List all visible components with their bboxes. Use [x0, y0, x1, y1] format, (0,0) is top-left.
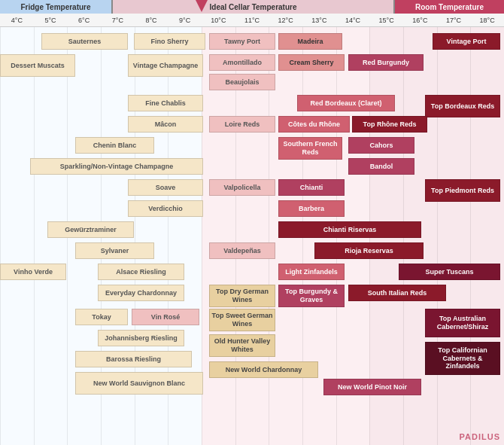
wine-label: Valpolicella	[209, 179, 275, 196]
temp-tick: 14°C	[345, 17, 360, 24]
wine-label: Top Burgundy & Graves	[278, 285, 345, 307]
wine-label: Beaujolais	[209, 74, 275, 90]
wine-label: Vintage Port	[433, 33, 500, 50]
wine-label: Verdicchio	[128, 200, 203, 217]
wine-label: Sylvaner	[75, 242, 154, 259]
triangle-indicator	[196, 0, 208, 12]
wine-label: Southern French Reds	[278, 137, 342, 160]
wine-label: Fine Chablis	[128, 95, 203, 111]
wine-label: Red Bordeaux (Claret)	[297, 95, 395, 111]
wine-label: Vintage Champagne	[128, 54, 203, 77]
wine-label: Valdepeñas	[209, 242, 275, 259]
wine-temperature-chart: Fridge Temperature Ideal Cellar Temperat…	[0, 0, 504, 445]
temp-tick: 18°C	[480, 17, 495, 24]
room-header: Room Temperature	[395, 0, 504, 14]
wine-label: Barbera	[278, 200, 345, 217]
wine-label: Vinho Verde	[0, 264, 66, 280]
wine-label: Super Tuscans	[399, 264, 500, 280]
temp-tick: 17°C	[446, 17, 461, 24]
wine-label: Soave	[128, 179, 203, 196]
temp-tick: 6°C	[78, 17, 90, 24]
wine-label: Top Rhône Reds	[352, 116, 427, 133]
wine-label: Cream Sherry	[278, 54, 345, 71]
wine-label: New World Sauvignon Blanc	[75, 372, 203, 395]
cellar-header: Ideal Cellar Temperature	[113, 0, 395, 14]
wine-label: Chianti Riservas	[278, 221, 421, 238]
wine-label: Chenin Blanc	[75, 137, 154, 154]
wine-label: Mâcon	[128, 116, 203, 133]
temp-tick: 9°C	[179, 17, 190, 24]
wine-label: Sauternes	[41, 33, 128, 50]
temp-tick: 11°C	[244, 17, 260, 24]
wine-label: Red Burgundy	[348, 54, 424, 71]
wine-label: Madeira	[278, 33, 342, 50]
temp-tick: 12°C	[278, 17, 293, 24]
wine-label: Top Bordeaux Reds	[425, 95, 500, 117]
wine-label: Chianti	[278, 179, 345, 196]
wine-label: Johannisberg Riesling	[98, 330, 184, 346]
wine-label: Dessert Muscats	[0, 54, 75, 77]
chart-area: SauternesFino SherryTawny PortMadeiraVin…	[0, 27, 504, 445]
wine-label: Top Australian Cabernet/Shiraz	[425, 309, 500, 337]
temp-tick: 8°C	[145, 17, 156, 24]
wine-label: Côtes du Rhône	[278, 116, 350, 133]
wine-label: Tawny Port	[209, 33, 275, 50]
temperature-axis: 4°C5°C6°C7°C8°C9°C10°C11°C12°C13°C14°C15…	[0, 14, 504, 27]
temp-tick: 4°C	[11, 17, 23, 24]
temp-tick: 15°C	[379, 17, 394, 24]
wine-label: Tokay	[75, 309, 128, 325]
wine-label: Bandol	[348, 158, 414, 175]
wine-label: South Italian Reds	[348, 285, 446, 301]
wine-label: Top Piedmont Reds	[425, 179, 500, 202]
temp-tick: 7°C	[112, 17, 123, 24]
wine-label: Sparkling/Non-Vintage Champagne	[30, 158, 203, 175]
wine-label: Old Hunter Valley Whites	[209, 334, 275, 357]
wine-label: Gewürztraminer	[47, 221, 134, 238]
wine-label: Vin Rosé	[132, 309, 199, 325]
wine-label: Everyday Chardonnay	[98, 285, 184, 301]
wine-label: Cahors	[348, 137, 414, 154]
wine-label: Rioja Reservas	[314, 242, 424, 259]
header-bar: Fridge Temperature Ideal Cellar Temperat…	[0, 0, 504, 14]
wine-label: Top Californian Cabernets & Zinfandels	[425, 342, 500, 375]
temp-tick: 10°C	[211, 17, 226, 24]
wine-label: Top Dry German Wines	[209, 285, 275, 307]
wine-label: Barossa Riesling	[75, 351, 192, 367]
temp-tick: 5°C	[44, 17, 56, 24]
wine-label: Loire Reds	[209, 116, 275, 133]
watermark: PADILUS	[460, 432, 500, 441]
temp-tick: 16°C	[412, 17, 427, 24]
wine-label: Amontillado	[209, 54, 275, 71]
temp-tick: 13°C	[311, 17, 326, 24]
wine-label: New World Pinot Noir	[323, 379, 421, 395]
wine-label: Top Sweet German Wines	[209, 309, 275, 331]
wine-label: Alsace Riesling	[98, 264, 184, 280]
wine-label: Light Zinfandels	[278, 264, 345, 280]
fridge-header: Fridge Temperature	[0, 0, 113, 14]
wine-label: Fino Sherry	[134, 33, 205, 50]
wine-label: New World Chardonnay	[209, 361, 318, 378]
